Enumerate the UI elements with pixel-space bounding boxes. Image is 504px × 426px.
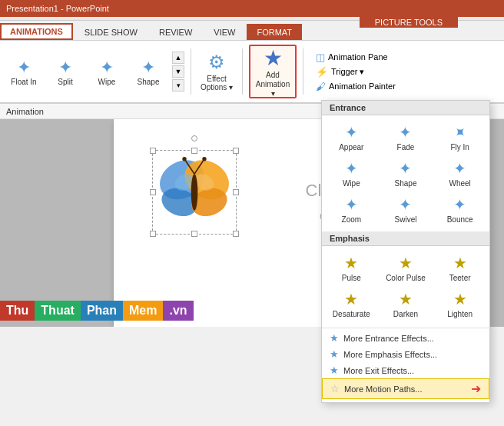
handle-mr[interactable] — [233, 189, 239, 195]
shape-icon: ✦ — [141, 58, 155, 78]
anim-bounce[interactable]: ✦ Bounce — [433, 192, 486, 227]
anim-color-pulse[interactable]: ★ Color Pulse — [380, 251, 433, 285]
add-animation-dropdown: Entrance ✦ Appear ✦ Fade ✦ Fly In ✦ Wipe… — [321, 100, 490, 403]
tab-animations[interactable]: ANIMATIONS — [0, 23, 73, 40]
more-emphasis-link[interactable]: ★ More Emphasis Effects... — [322, 346, 489, 362]
anim-teeter[interactable]: ★ Teeter — [433, 251, 486, 285]
anim-shape[interactable]: ✦ Shape — [129, 58, 167, 86]
color-pulse-label: Color Pulse — [386, 274, 426, 282]
teeter-icon: ★ — [453, 254, 467, 272]
entrance-section-header: Entrance — [322, 101, 489, 115]
animation-painter-icon: 🖌 — [316, 81, 326, 92]
wipe-icon: ✦ — [100, 58, 114, 78]
add-animation-button[interactable]: ★ AddAnimation ▾ — [249, 45, 297, 98]
svg-point-10 — [202, 157, 206, 161]
title-bar: Presentation1 - PowerPoint — [0, 0, 504, 17]
rotation-handle[interactable] — [191, 135, 197, 141]
handle-tl[interactable] — [150, 148, 156, 154]
bounce-label: Bounce — [447, 215, 473, 224]
divider-2 — [242, 48, 243, 95]
watermark-thu: Thu — [0, 301, 35, 321]
ribbon-content: ✦ Float In ✦ Split ✦ Wipe ✦ Shape ▲ ▼ ▾ — [0, 41, 504, 104]
more-entrance-link[interactable]: ★ More Entrance Effects... — [322, 330, 489, 346]
anim-fade[interactable]: ✦ Fade — [380, 120, 433, 155]
effect-options-icon: ⚙ — [208, 52, 225, 73]
tab-format[interactable]: FORMAT — [247, 24, 302, 40]
split-icon: ✦ — [58, 58, 72, 78]
fly-in-icon: ✦ — [449, 121, 471, 144]
swivel-icon: ✦ — [399, 195, 412, 214]
more-motion-paths-link[interactable]: ☆ More Motion Paths... ➜ — [322, 378, 489, 399]
handle-ml[interactable] — [150, 189, 156, 195]
anim-pulse[interactable]: ★ Pulse — [325, 251, 378, 285]
desaturate-icon: ★ — [344, 290, 358, 308]
butterfly-container[interactable] — [152, 150, 237, 235]
lighten-label: Lighten — [447, 310, 472, 318]
bounce-icon: ✦ — [453, 195, 466, 214]
anim-wipe[interactable]: ✦ Wipe — [88, 58, 126, 86]
anim-lighten[interactable]: ★ Lighten — [433, 287, 486, 321]
trigger-icon: ⚡ — [316, 66, 328, 78]
scroll-more[interactable]: ▾ — [172, 79, 184, 92]
wheel-icon: ✦ — [453, 159, 466, 178]
handle-br[interactable] — [233, 231, 239, 237]
title-text: Presentation1 - PowerPoint — [6, 4, 109, 13]
float-in-icon: ✦ — [17, 58, 31, 78]
animation-painter-btn[interactable]: 🖌 Animation Painter — [316, 81, 396, 92]
teeter-label: Teeter — [449, 274, 471, 282]
anim-split[interactable]: ✦ Split — [46, 58, 85, 86]
anim-darken[interactable]: ★ Darken — [380, 287, 433, 321]
anim-wipe-dd[interactable]: ✦ Wipe — [325, 156, 378, 191]
watermark-vn: .vn — [163, 301, 193, 321]
watermark: Thu Thuat Phan Mem .vn — [0, 301, 194, 321]
pulse-label: Pulse — [342, 274, 361, 282]
entrance-grid: ✦ Appear ✦ Fade ✦ Fly In ✦ Wipe ✦ Shape … — [322, 115, 489, 231]
tab-review[interactable]: REVIEW — [149, 24, 202, 40]
shape-label: Shape — [138, 78, 160, 86]
handle-tm[interactable] — [191, 148, 197, 154]
add-animation-star-icon: ★ — [264, 45, 283, 71]
color-pulse-icon: ★ — [399, 254, 413, 272]
fade-label: Fade — [397, 143, 415, 151]
anim-appear[interactable]: ✦ Appear — [325, 120, 378, 155]
scroll-down[interactable]: ▼ — [172, 65, 184, 78]
tab-view[interactable]: VIEW — [204, 24, 245, 40]
fade-icon: ✦ — [399, 123, 412, 141]
pulse-icon: ★ — [344, 254, 358, 272]
handle-bm[interactable] — [191, 231, 197, 237]
add-animation-label: AddAnimation ▾ — [254, 71, 292, 98]
desaturate-label: Desaturate — [333, 310, 370, 318]
appear-icon: ✦ — [345, 123, 358, 141]
effect-options-group: ⚙ EffectOptions ▾ — [197, 52, 236, 92]
anim-shape-dd[interactable]: ✦ Shape — [380, 156, 433, 191]
trigger-btn[interactable]: ⚡ Trigger ▾ — [316, 66, 396, 78]
more-exit-label: More Exit Effects... — [343, 366, 414, 375]
scroll-up[interactable]: ▲ — [172, 52, 184, 64]
more-motion-label: More Motion Paths... — [344, 384, 423, 394]
anim-swivel[interactable]: ✦ Swivel — [380, 192, 433, 227]
more-exit-link[interactable]: ★ More Exit Effects... — [322, 362, 489, 378]
darken-icon: ★ — [399, 290, 413, 308]
darken-label: Darken — [393, 310, 418, 318]
float-in-label: Float In — [11, 78, 36, 86]
zoom-icon: ✦ — [345, 195, 358, 214]
handle-tr[interactable] — [233, 148, 239, 154]
svg-point-9 — [182, 157, 186, 161]
anim-zoom[interactable]: ✦ Zoom — [325, 192, 378, 227]
animation-pane-icon: ◫ — [316, 52, 325, 63]
tab-slideshow[interactable]: SLIDE SHOW — [75, 24, 148, 40]
swivel-label: Swivel — [395, 215, 417, 224]
red-arrow-icon: ➜ — [471, 381, 481, 396]
animation-pane-btn[interactable]: ◫ Animation Pane — [316, 52, 396, 63]
watermark-thuat: Thuat — [35, 301, 81, 321]
anim-fly-in[interactable]: ✦ Fly In — [433, 120, 486, 155]
divider-1 — [191, 48, 191, 95]
animation-presets: ✦ Float In ✦ Split ✦ Wipe ✦ Shape — [5, 58, 167, 86]
anim-wheel[interactable]: ✦ Wheel — [433, 156, 486, 191]
animation-section-label: Animation — [6, 107, 44, 116]
emphasis-grid: ★ Pulse ★ Color Pulse ★ Teeter ★ Desatur… — [322, 246, 489, 326]
anim-float-in[interactable]: ✦ Float In — [5, 58, 43, 86]
anim-desaturate[interactable]: ★ Desaturate — [325, 287, 378, 321]
effect-options-label[interactable]: EffectOptions ▾ — [201, 75, 233, 92]
handle-bl[interactable] — [150, 231, 156, 237]
